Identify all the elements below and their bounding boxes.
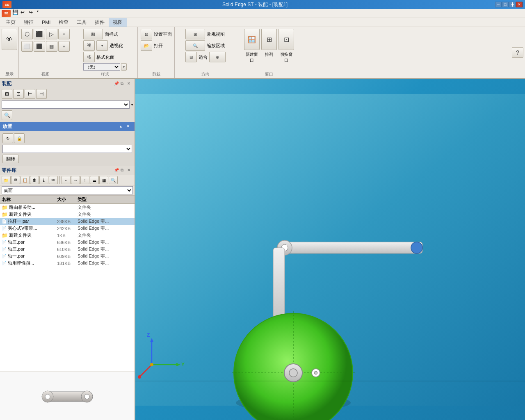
asm-btn2[interactable]: ⊡ [13, 89, 24, 99]
parts-list-item[interactable]: 📁 新建文件夹 文件夹 [0, 211, 135, 218]
parts-search-btn[interactable]: 🔍 [109, 176, 118, 184]
redo-btn[interactable]: ↪ [29, 9, 37, 18]
parts-close-btn[interactable]: ✕ [127, 168, 133, 173]
parts-delete[interactable]: 🗑 [30, 176, 39, 184]
parts-float-btn[interactable]: ⧉ [121, 168, 126, 173]
view-btn2[interactable]: ▾ [96, 40, 108, 51]
parts-list-item[interactable]: 📄 轴用弹性挡... 181KB Solid Edge 零... [0, 260, 135, 267]
zoom-area-btn[interactable]: 🔍 [185, 40, 205, 51]
parts-item-type: Solid Edge 零... [78, 253, 133, 259]
menu-tools[interactable]: 工具 [73, 18, 91, 27]
fit-more-btn[interactable]: ⊕ [209, 52, 226, 62]
parts-item-type: Solid Edge 零... [78, 225, 133, 231]
normal-view-btn[interactable]: ⊞ [185, 29, 205, 39]
assembly-dropdown-arrow[interactable]: ▾ [131, 103, 133, 107]
parts-copy[interactable]: ⧉ [11, 176, 20, 184]
parts-view[interactable]: 👁 [49, 176, 58, 184]
grid-style-btn[interactable]: 格 [83, 52, 95, 62]
wire-btn[interactable]: ⬛ [34, 41, 45, 52]
menu-home[interactable]: 主页 [2, 18, 20, 27]
parts-up[interactable]: ↑ [80, 176, 89, 184]
parts-detail-view[interactable]: ▦ [99, 176, 108, 184]
assembly-dropdown-row: ▾ [2, 100, 133, 109]
parts-item-size: 1KB [57, 233, 78, 238]
parts-item-name: 轴三.par [8, 239, 25, 245]
parts-list-item[interactable]: 📄 轴三.par 610KB Solid Edge 零... [0, 246, 135, 253]
file-icon: 📄 [2, 261, 7, 265]
parts-location-dropdown[interactable]: 桌面 [2, 186, 133, 194]
menu-view[interactable]: 视图 [109, 18, 127, 27]
assembly-title: 装配 [2, 80, 11, 87]
open-btn[interactable]: 📂 [141, 40, 152, 51]
parts-list-item[interactable]: 📄 轴一.par 609KB Solid Edge 零... [0, 253, 135, 260]
parts-item-size: 609KB [57, 254, 78, 259]
place-tool1[interactable]: ↻ [2, 133, 13, 143]
parts-list-item[interactable]: 📁 路由相关动... 文件夹 [0, 204, 135, 211]
parts-back[interactable]: ← [62, 176, 71, 184]
parts-item-name: 轴一.par [8, 253, 25, 259]
assembly-dropdown[interactable] [2, 100, 130, 109]
front-view-btn[interactable]: ⬛ [34, 29, 45, 39]
iso-view-btn[interactable]: ⬡ [21, 29, 33, 39]
assembly-float-btn[interactable]: ⧉ [121, 81, 126, 87]
help-btn[interactable]: ? [512, 47, 523, 58]
svg-point-18 [314, 371, 317, 374]
parts-item-name: 轴用弹性挡... [8, 260, 34, 266]
parts-pin-btn[interactable]: 📌 [114, 168, 120, 173]
restore-btn[interactable]: □ [502, 2, 509, 7]
file-icon: 📄 [2, 219, 7, 224]
assembly-pin-btn[interactable]: 📌 [114, 81, 120, 87]
viewport[interactable]: Z Y [135, 79, 525, 420]
minimize-btn[interactable]: ─ [495, 2, 502, 7]
asm-btn4[interactable]: ⊣ [36, 89, 47, 99]
arrange-btn[interactable]: ⊞ [261, 29, 277, 50]
parts-item-type: 文件夹 [78, 232, 133, 238]
display-btn1[interactable]: 👁 [2, 29, 17, 50]
parts-item-type: 文件夹 [78, 211, 133, 217]
view-style-btn[interactable]: 视 [83, 40, 95, 51]
asm-search-btn[interactable]: 🔍 [2, 110, 12, 120]
place-close-btn[interactable]: ✕ [126, 124, 132, 130]
solid-btn[interactable]: ⬜ [21, 41, 33, 52]
parts-new-folder[interactable]: 📁 [2, 176, 11, 184]
parts-list-item[interactable]: 📄 实心式V带带... 242KB Solid Edge 零... [0, 225, 135, 232]
asm-btn3[interactable]: ⊢ [25, 89, 35, 99]
hidden-btn[interactable]: ▦ [46, 41, 57, 52]
menu-inspect[interactable]: 检查 [55, 18, 73, 27]
parts-list-item[interactable]: 📄 轴三.par 636KB Solid Edge 零... [0, 239, 135, 246]
save-btn[interactable]: 💾 [12, 9, 21, 18]
close-btn[interactable]: ✕ [516, 2, 523, 7]
quick-access-more[interactable]: ▾ [37, 9, 45, 18]
style-more-btn[interactable]: ▾ [121, 63, 127, 71]
parts-fwd[interactable]: → [71, 176, 80, 184]
new-window-btn[interactable]: 🪟 [244, 29, 260, 50]
maximize-btn[interactable]: ╋ [509, 2, 516, 7]
asm-btn1[interactable]: ⊞ [2, 89, 12, 99]
menu-addins[interactable]: 插件 [91, 18, 109, 27]
menu-feature[interactable]: 特征 [20, 18, 38, 27]
assembly-close-btn[interactable]: ✕ [127, 81, 133, 87]
parts-paste[interactable]: 📋 [21, 176, 30, 184]
parts-props[interactable]: ℹ [39, 176, 48, 184]
place-tool2[interactable]: 🔒 [14, 133, 25, 143]
parts-list-item[interactable]: 📁 新建文件夹 1KB 文件夹 [0, 232, 135, 239]
place-expand-btn[interactable]: ▴ [120, 124, 126, 130]
parts-list-view[interactable]: ☰ [90, 176, 99, 184]
fit-btn[interactable]: ⊟ [185, 52, 197, 62]
display-more-btn[interactable]: ▾ [58, 41, 70, 52]
menu-pmi[interactable]: PMI [38, 19, 55, 26]
view-more-btn[interactable]: ▾ [58, 29, 70, 39]
parts-item-name: 实心式V带带... [8, 225, 37, 231]
parts-list-item[interactable]: 📄 拉杆一.par 238KB Solid Edge 零... [0, 218, 135, 225]
grid-label: 格式化面 [96, 54, 114, 60]
switch-window-btn[interactable]: ⊡ [278, 29, 294, 50]
place-dropdown[interactable] [2, 145, 132, 153]
folder-icon: 📁 [2, 205, 8, 210]
right-view-btn[interactable]: ▷ [46, 29, 57, 39]
face-style-btn[interactable]: 面 [83, 29, 103, 39]
flip-btn[interactable]: 翻转 [2, 155, 19, 163]
style-dropdown[interactable]: （无） [83, 63, 120, 71]
set-plane-btn[interactable]: ⊡ [141, 29, 152, 39]
horizontal-rod [277, 240, 422, 255]
undo-btn[interactable]: ↩ [21, 9, 29, 18]
